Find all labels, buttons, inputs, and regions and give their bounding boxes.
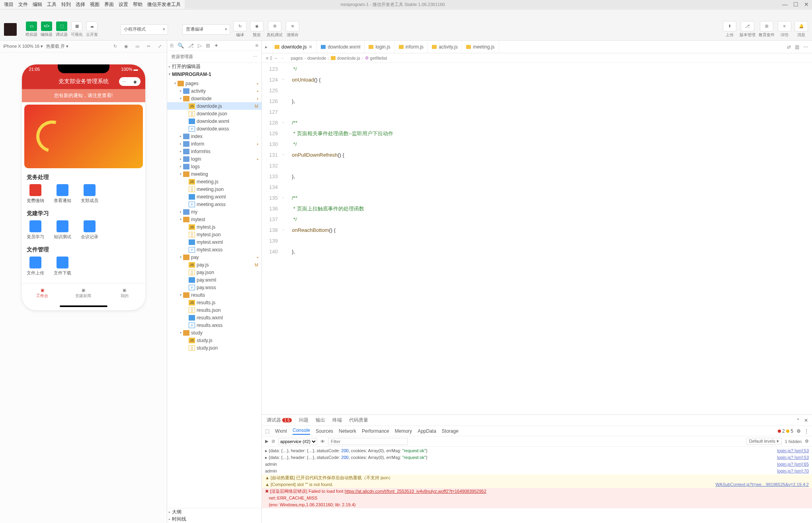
log-row[interactable]: ▸ {data: {…}, header: {…}, statusCode: 2… [262, 447, 812, 454]
devtab-appdata[interactable]: AppData [418, 428, 436, 434]
bookmark-icon[interactable]: ▯ [270, 55, 272, 60]
menu-转到[interactable]: 转到 [59, 1, 73, 8]
mode-select[interactable]: 小程序模式 [120, 24, 168, 35]
tree-folder[interactable]: ▾downlode• [167, 95, 262, 102]
real-debug-button[interactable]: ⚙ [268, 21, 281, 31]
compare-icon[interactable]: ⇄ [787, 44, 791, 50]
code-editor[interactable]: 1231241251261271281291301311321331341351… [262, 63, 812, 414]
tab-item[interactable]: ▣党建新闻 [63, 284, 104, 303]
device-select[interactable]: iPhone X 100% 16 ▾ [3, 44, 43, 49]
log-source[interactable] [806, 488, 809, 508]
search-icon[interactable]: 🔍 [178, 43, 184, 49]
tree-file[interactable]: {}results.json [167, 306, 262, 314]
editor-tab[interactable]: downlode.js✕ [271, 41, 317, 53]
tab-item[interactable]: ▣工作台 [22, 284, 63, 303]
tree-file[interactable]: meeting.wxml [167, 193, 262, 200]
tree-folder[interactable]: ▸informhis [167, 148, 262, 155]
tree-file[interactable]: #results.wxss [167, 321, 262, 329]
upload-button[interactable]: ⬆ [723, 21, 736, 31]
detail-button[interactable]: ≡ [778, 21, 791, 31]
devtab-performance[interactable]: Performance [362, 428, 389, 434]
log-row[interactable]: ▸ {data: {…}, header: {…}, statusCode: 2… [262, 454, 812, 461]
section-timeline[interactable]: ▸时间线 [167, 515, 262, 523]
tree-file[interactable]: {}downlode.json [167, 110, 262, 117]
version-button[interactable]: ⎇ [741, 21, 754, 31]
tree-folder[interactable]: ▾results [167, 291, 262, 299]
tree-folder[interactable]: ▾mytest [167, 216, 262, 223]
devtools-more-icon[interactable]: ⋮ [804, 428, 809, 434]
devtab-console[interactable]: Console [293, 428, 310, 435]
log-source[interactable] [806, 474, 809, 481]
tab-output[interactable]: 输出 [315, 417, 326, 424]
compile-select[interactable]: 普通编译 [182, 24, 230, 35]
hot-reload-select[interactable]: 热重载 开 ▾ [46, 43, 68, 49]
tree-file[interactable]: #downlode.wxss [167, 125, 262, 132]
visualize-button[interactable]: ▦ [71, 21, 82, 31]
clear-cache-button[interactable]: ≋ [286, 21, 299, 31]
tree-file[interactable]: {}meeting.json [167, 185, 262, 193]
more-tabs-icon[interactable]: ⋯ [803, 44, 808, 50]
tree-folder[interactable]: ▾pay• [167, 253, 262, 261]
log-row[interactable]: ▲ [自动热重载] 已开启代码文件保存后自动热重载（不支持 json） [262, 474, 812, 481]
levels-select[interactable]: Default levels ▾ [746, 438, 782, 445]
log-row[interactable]: ✖ [渲染层网络层错误] Failed to load font https:/… [262, 488, 812, 508]
log-row[interactable]: adminlogin.js? [sm]:70 [262, 468, 812, 474]
tree-file[interactable]: mytest.wxml [167, 238, 262, 246]
log-source[interactable]: login.js? [sm]:53 [774, 447, 809, 454]
tree-file[interactable]: JSstudy.js [167, 336, 262, 344]
star-icon[interactable]: ✦ [214, 43, 219, 49]
tab-item[interactable]: ▣我的 [104, 284, 145, 303]
grid-item[interactable]: 党费缴纳 [27, 184, 44, 204]
menu-编辑[interactable]: 编辑 [30, 1, 45, 8]
simulator-button[interactable]: ▭ [26, 21, 37, 31]
grid-item[interactable]: 文件下载 [54, 257, 71, 276]
branch-icon[interactable]: ⎇ [188, 43, 194, 49]
tree-file[interactable]: {}study.json [167, 344, 262, 352]
menu-帮助[interactable]: 帮助 [131, 1, 145, 8]
record-icon[interactable]: ◉ [122, 44, 130, 49]
filter-input[interactable] [328, 438, 408, 445]
tree-file[interactable]: JSmytest.js [167, 223, 262, 231]
eye-icon[interactable]: 👁 [320, 439, 325, 444]
editor-tab[interactable]: activity.js [428, 41, 462, 53]
inspect-icon[interactable]: ⬚ [265, 428, 269, 434]
devtab-wxml[interactable]: Wxml [275, 428, 287, 434]
tree-folder[interactable]: ▸logs [167, 163, 262, 170]
tab-issue[interactable]: 问题 [298, 417, 309, 424]
compile-button[interactable]: ↻ [233, 21, 247, 31]
refresh-icon[interactable]: ↻ [111, 44, 119, 49]
explorer-toggle-icon[interactable]: ▸ [262, 44, 271, 50]
tree-file[interactable]: results.wxml [167, 314, 262, 321]
tab-terminal[interactable]: 终端 [332, 417, 343, 424]
section-project[interactable]: ▾MINIPROGRAM-1 [167, 70, 262, 78]
log-source[interactable]: login.js? [sm]:65 [774, 461, 809, 468]
devtab-storage[interactable]: Storage [442, 428, 459, 434]
menu-微信开发者工具[interactable]: 微信开发者工具 [145, 1, 183, 8]
gear-icon[interactable]: ⚙ [805, 439, 809, 444]
tree-folder[interactable]: ▸my [167, 208, 262, 216]
capsule[interactable]: ⋯◉ [119, 77, 141, 86]
grid-item[interactable]: 知识测试 [54, 220, 71, 240]
section-open-editors[interactable]: ▸打开的编辑器 [167, 63, 262, 70]
menu-界面[interactable]: 界面 [102, 1, 116, 8]
banner-image[interactable] [24, 105, 143, 168]
more-icon[interactable]: ⋯ [253, 54, 258, 59]
menu-icon[interactable]: ≡ [266, 56, 268, 60]
tree-folder[interactable]: ▸index [167, 132, 262, 140]
tree-folder[interactable]: ▾pages• [167, 80, 262, 87]
tree-file[interactable]: {}pay.json [167, 268, 262, 276]
play-icon[interactable]: ▶ [265, 439, 268, 444]
log-source[interactable]: login.js? [sm]:70 [774, 468, 809, 474]
tree-file[interactable]: #meeting.wxss [167, 200, 262, 208]
log-row[interactable]: adminlogin.js? [sm]:65 [262, 461, 812, 468]
tree-file[interactable]: #pay.wxss [167, 284, 262, 291]
edu-button[interactable]: ⊞ [760, 21, 773, 31]
grid-item[interactable]: 查看通知 [54, 184, 71, 204]
tree-file[interactable]: JSmeeting.js [167, 178, 262, 185]
minimize-icon[interactable]: — [782, 1, 788, 8]
copy-icon[interactable]: ⎘ [170, 43, 174, 49]
console-log[interactable]: ▸ {data: {…}, header: {…}, statusCode: 2… [262, 447, 812, 523]
grid-item[interactable]: 会议记录 [81, 220, 98, 240]
editor-button[interactable]: </> [41, 21, 52, 31]
tree-folder[interactable]: ▾meeting [167, 170, 262, 178]
